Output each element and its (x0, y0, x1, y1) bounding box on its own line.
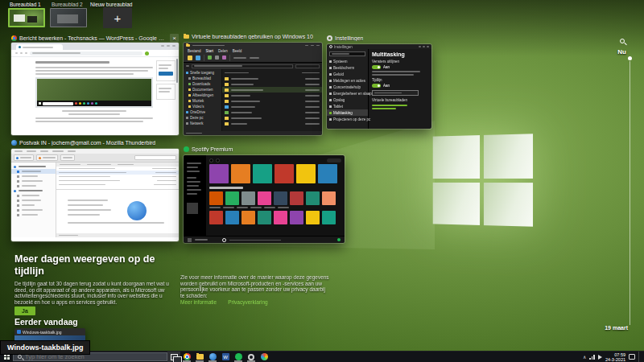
tray-chevron-icon[interactable]: ∧ (583, 354, 586, 360)
network-icon[interactable] (589, 355, 595, 360)
system-tray: ∧ 07:59 24-3-2021 (583, 352, 644, 362)
earlier-today-heading: Eerder vandaag (14, 317, 78, 327)
taskbar-settings[interactable] (245, 352, 258, 362)
editor-sidebar (156, 60, 175, 100)
chrome-window-header: Bericht bewerken - Techsnacks — WordPres… (11, 34, 179, 42)
ribbon-tab[interactable]: Start (206, 49, 214, 53)
gear-icon (248, 354, 254, 360)
taskbar-paint[interactable] (258, 352, 270, 362)
taskbar-file-explorer[interactable] (193, 352, 206, 362)
thunderbird-icon (209, 353, 217, 360)
search-icon (18, 355, 22, 359)
toggle-on[interactable] (372, 65, 381, 69)
chrome-window-thumbnail[interactable] (11, 43, 179, 135)
thunderbird-icon (11, 140, 17, 146)
desktop-1-thumbnail[interactable] (8, 8, 45, 27)
windows-start-icon (4, 354, 10, 360)
ribbon-tab[interactable]: Delen (218, 49, 228, 53)
settings-window-thumbnail[interactable]: Instellingen Systeem Beeldscherm Geluid … (327, 44, 431, 129)
chrome-icon (11, 35, 17, 41)
desktop-2-thumbnail[interactable] (50, 8, 87, 27)
taskbar: W ∧ 07:59 24-3-2021 (0, 351, 644, 362)
timeline-search-icon[interactable] (620, 39, 628, 47)
article-screenshot-image (35, 77, 153, 108)
settings-nav[interactable]: Systeem Beeldscherm Geluid Meldingen en … (327, 49, 369, 129)
spotify-icon (184, 146, 189, 152)
ribbon-tab[interactable]: Bestand (188, 49, 201, 53)
clock-date: 24-3-2021 (605, 357, 625, 362)
new-desktop-label: Nieuw bureaublad (90, 2, 132, 7)
thunderbird-window-thumbnail[interactable] (11, 149, 179, 241)
privacy-link[interactable]: Privacyverklaring (228, 299, 268, 305)
thunderbird-window-title: Postvak IN - jochem@gmail.com - Mozilla … (19, 140, 155, 146)
show-desktop-button[interactable] (638, 352, 641, 362)
chrome-window-title: Bericht bewerken - Techsnacks — WordPres… (19, 35, 164, 41)
windows-logo (433, 134, 533, 226)
spotify-icon (235, 353, 242, 360)
photos-app-icon (17, 330, 21, 334)
thunderbird-window-header: Postvak IN - jochem@gmail.com - Mozilla … (11, 140, 179, 146)
task-view-icon (171, 354, 178, 360)
taskbar-chrome[interactable] (180, 352, 193, 362)
thunderbird-folder-pane[interactable] (11, 162, 56, 237)
desktop-2-label: Bureaublad 2 (52, 2, 83, 7)
timeline-now-label: Nu (605, 48, 626, 56)
close-icon[interactable]: × (170, 34, 179, 42)
timeline-paragraph-right: Zie voor meer informatie over de manier … (180, 274, 330, 298)
taskbar-thunderbird[interactable] (206, 352, 219, 362)
enable-timeline-button[interactable]: Ja (14, 306, 35, 315)
taskbar-word[interactable]: W (219, 352, 232, 362)
desktop-1-label: Bureaublad 1 (10, 2, 41, 7)
settings-window-header: Instellingen (327, 35, 431, 41)
toggle-on[interactable] (372, 84, 381, 88)
spotify-window-title: Spotify Premium (192, 146, 233, 152)
folder-icon (184, 35, 189, 39)
task-view-screen: Bureaublad 1 Bureaublad 2 Nieuw bureaubl… (0, 0, 644, 362)
explorer-file-list[interactable] (222, 69, 322, 131)
timeline-heading: Meer dagen weergeven op de tijdlijn (14, 253, 180, 278)
timeline-scrollbar[interactable] (630, 61, 630, 325)
ribbon-tab[interactable]: Beeld (233, 49, 242, 53)
new-desktop-button[interactable]: + (103, 7, 132, 28)
settings-window-title: Instellingen (335, 35, 363, 41)
taskbar-spotify[interactable] (232, 352, 245, 362)
paint-icon (261, 353, 268, 360)
spotify-album-row[interactable] (209, 211, 341, 224)
spotify-player-bar[interactable] (184, 236, 345, 243)
gear-icon (327, 35, 332, 41)
more-info-link[interactable]: Meer informatie (180, 299, 217, 305)
settings-panel: Multitasking Vensters uitlijnen Aan Tijd… (369, 49, 431, 129)
thunderbird-start-page (56, 190, 179, 233)
notification-center-icon[interactable] (629, 354, 635, 360)
settings-panel-title: Multitasking (372, 51, 428, 57)
plus-icon: + (114, 11, 122, 25)
explorer-nav-pane[interactable]: Snelle toegang Bureaublad Downloads Docu… (184, 69, 222, 131)
spotify-window-header: Spotify Premium (184, 146, 345, 152)
word-icon: W (222, 353, 229, 360)
volume-icon[interactable] (598, 355, 602, 360)
spotify-album-row[interactable] (209, 191, 341, 205)
timeline-paragraph-left: De tijdlijn gaat tot 30 dagen terug zoda… (14, 281, 169, 305)
chrome-icon (184, 353, 191, 360)
tooltip: Windows-taakbalk.jpg (0, 340, 90, 355)
spotify-window-thumbnail[interactable] (184, 155, 345, 243)
activity-card-title: Windows-taakbalk.jpg (23, 330, 62, 335)
spotify-sidebar[interactable] (184, 155, 206, 236)
explorer-window-title: Virtuele bureaubladen gebruiken op Windo… (192, 34, 313, 39)
explorer-window-thumbnail[interactable]: Bestand Start Delen Beeld Snelle toegang… (184, 43, 322, 135)
explorer-window-header: Virtuele bureaubladen gebruiken op Windo… (184, 34, 320, 39)
timeline-oldest-date: 19 maart (596, 325, 628, 331)
taskbar-clock[interactable]: 07:59 24-3-2021 (605, 352, 625, 362)
thunderbird-logo (127, 201, 147, 220)
task-view-button[interactable] (167, 352, 180, 362)
folder-icon (196, 354, 204, 360)
spotify-banner-row[interactable] (209, 164, 341, 183)
timeline-scroll-dot (628, 56, 632, 60)
